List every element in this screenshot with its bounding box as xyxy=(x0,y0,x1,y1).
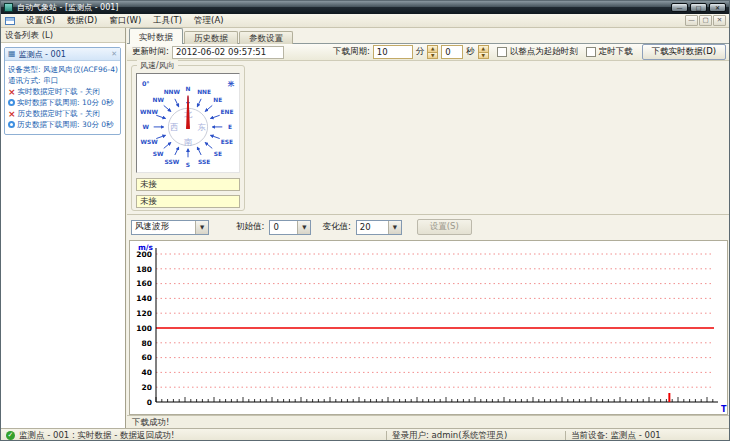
svg-text:SW: SW xyxy=(153,151,164,157)
svg-text:W: W xyxy=(143,124,150,130)
svg-text:0: 0 xyxy=(147,398,152,407)
mdi-window-controls: — ▢ ✕ xyxy=(685,15,726,26)
minutes-spinner[interactable]: ▲▼ xyxy=(427,45,438,59)
device-icon: ▦ xyxy=(8,50,16,58)
app-window: 自动气象站 - [监测点 - 001] — □ ✕ 设置(S)数据(D)窗口(W… xyxy=(0,0,730,441)
update-time-label: 更新时间: xyxy=(132,46,169,58)
waveform-chart-canvas: 020406080100120140160180200m/sT xyxy=(130,241,727,414)
panel-pin-icon[interactable]: ✕ xyxy=(111,50,117,58)
menu-item-2[interactable]: 窗口(W) xyxy=(103,14,147,28)
svg-text:40: 40 xyxy=(142,368,152,377)
svg-text:WNW: WNW xyxy=(140,109,158,115)
maximize-button[interactable]: □ xyxy=(690,3,707,12)
spinner-down-icon[interactable]: ▼ xyxy=(427,53,438,60)
svg-text:180: 180 xyxy=(136,265,152,274)
title-bar: 自动气象站 - [监测点 - 001] — □ ✕ xyxy=(1,1,729,14)
chevron-down-icon: ▼ xyxy=(297,221,310,234)
menu-item-4[interactable]: 管理(A) xyxy=(188,14,229,28)
device-panel[interactable]: ▦ 监测点 - 001 ✕ 设备类型: 风速风向仪(ACF96-4)通讯方式: … xyxy=(4,47,121,135)
svg-text:160: 160 xyxy=(136,279,152,288)
seconds-spinner[interactable]: ▲▼ xyxy=(478,45,489,59)
app-icon xyxy=(4,3,13,12)
svg-text:140: 140 xyxy=(136,294,152,303)
realtime-content: 风速/风向 0°米北南西东NNNENEENEEESESESSESSSWSWWSW… xyxy=(127,61,730,428)
svg-text:N: N xyxy=(186,86,191,92)
svg-text:E: E xyxy=(228,124,232,130)
success-check-icon: ✓ xyxy=(6,431,15,440)
checkbox-timed-download[interactable] xyxy=(586,47,596,57)
wave-type-value: 风速波形 xyxy=(132,221,195,233)
spinner-up-icon[interactable]: ▲ xyxy=(427,45,438,53)
checkbox-start-on-hour-label: 以整点为起始时刻 xyxy=(510,46,578,58)
svg-text:NNW: NNW xyxy=(164,89,181,95)
tab-parameter-settings[interactable]: 参数设置 xyxy=(239,31,293,44)
mdi-minimize-button[interactable]: — xyxy=(685,15,698,26)
update-time-value: 2012-06-02 09:57:51 xyxy=(172,46,284,59)
seconds-unit-label: 秒 xyxy=(466,46,475,58)
svg-text:ENE: ENE xyxy=(220,109,233,115)
disabled-icon: × xyxy=(8,110,16,118)
menu-item-1[interactable]: 数据(D) xyxy=(61,14,103,28)
tab-realtime-data[interactable]: 实时数据 xyxy=(129,28,183,44)
mdi-child-icon xyxy=(5,17,15,25)
svg-text:T: T xyxy=(721,405,727,414)
svg-text:S: S xyxy=(186,162,190,168)
start-on-hour-option: 以整点为起始时刻 xyxy=(497,46,578,58)
svg-text:NE: NE xyxy=(213,97,222,103)
schedule-icon xyxy=(8,121,15,128)
svg-text:东: 东 xyxy=(198,122,206,132)
svg-text:60: 60 xyxy=(142,353,152,362)
chevron-down-icon: ▼ xyxy=(388,221,401,234)
menu-bar: 设置(S)数据(D)窗口(W)工具(T)管理(A) — ▢ ✕ xyxy=(1,14,729,28)
disabled-icon: × xyxy=(8,88,16,96)
device-info-text: 实时数据定时下载 - 关闭 xyxy=(18,87,100,97)
checkbox-timed-download-label: 定时下载 xyxy=(599,46,633,58)
download-realtime-button[interactable]: 下载实时数据(D) xyxy=(642,44,726,60)
svg-text:南: 南 xyxy=(184,137,193,147)
statusbar-message-text: 监测点 - 001 : 实时数据 - 数据返回成功! xyxy=(19,430,174,441)
svg-text:NNE: NNE xyxy=(197,89,211,95)
waveform-chart: 020406080100120140160180200m/sT xyxy=(129,240,728,415)
spinner-down-icon[interactable]: ▼ xyxy=(478,53,489,60)
device-info-line: ×实时数据定时下载 - 关闭 xyxy=(8,86,118,97)
spinner-up-icon[interactable]: ▲ xyxy=(478,45,489,53)
change-value-select[interactable]: 20▼ xyxy=(356,220,402,235)
mdi-restore-button[interactable]: ▢ xyxy=(699,15,712,26)
mdi-close-button[interactable]: ✕ xyxy=(713,15,726,26)
window-title: 自动气象站 - [监测点 - 001] xyxy=(17,2,669,13)
initial-value-select[interactable]: 0▼ xyxy=(269,220,311,235)
wind-direction-field: 未接 xyxy=(136,195,240,208)
status-bar: ✓ 监测点 - 001 : 实时数据 - 数据返回成功! 登录用户: admin… xyxy=(1,428,729,441)
svg-text:西: 西 xyxy=(170,122,178,132)
wind-groupbox: 风速/风向 0°米北南西东NNNENEENEEESESESSESSSWSWWSW… xyxy=(131,65,245,211)
wave-type-select[interactable]: 风速波形▼ xyxy=(131,220,209,235)
main-panel: 实时数据历史数据参数设置 更新时间: 2012-06-02 09:57:51 下… xyxy=(127,28,730,428)
device-panel-title: 监测点 - 001 xyxy=(19,49,112,60)
period-minutes-input[interactable]: 10 xyxy=(373,45,413,59)
tab-history-data[interactable]: 历史数据 xyxy=(184,31,238,44)
download-status-text: 下载成功! xyxy=(127,415,730,428)
initial-value-label: 初始值: xyxy=(236,221,264,233)
svg-text:120: 120 xyxy=(136,309,152,318)
period-seconds-input[interactable]: 0 xyxy=(441,45,463,59)
wind-group-label: 风速/风向 xyxy=(137,60,178,71)
svg-text:20: 20 xyxy=(142,383,152,392)
device-info-line: 历史数据下载周期: 30分 0秒 xyxy=(8,119,118,130)
close-button[interactable]: ✕ xyxy=(709,3,726,12)
checkbox-start-on-hour[interactable] xyxy=(497,47,507,57)
svg-text:WSW: WSW xyxy=(140,139,158,145)
svg-text:100: 100 xyxy=(136,324,152,333)
wind-compass: 0°米北南西东NNNENEENEEESESESSESSSWSWWSWWWNWNW… xyxy=(136,73,240,173)
statusbar-message: ✓ 监测点 - 001 : 实时数据 - 数据返回成功! xyxy=(1,430,386,441)
device-info-line: 设备类型: 风速风向仪(ACF96-4) xyxy=(8,64,118,75)
minimize-button[interactable]: — xyxy=(671,3,688,12)
svg-text:80: 80 xyxy=(142,339,152,348)
settings-button[interactable]: 设置(S) xyxy=(417,219,472,235)
svg-text:m/s: m/s xyxy=(138,243,154,252)
menu-item-0[interactable]: 设置(S) xyxy=(20,14,61,28)
menu-item-3[interactable]: 工具(T) xyxy=(147,14,188,28)
device-info-line: 实时数据下载周期: 10分 0秒 xyxy=(8,97,118,108)
device-info-list: 设备类型: 风速风向仪(ACF96-4)通讯方式: 串口×实时数据定时下载 - … xyxy=(5,61,120,134)
device-panel-header[interactable]: ▦ 监测点 - 001 ✕ xyxy=(5,48,120,61)
download-period-label: 下载周期: xyxy=(333,46,370,58)
